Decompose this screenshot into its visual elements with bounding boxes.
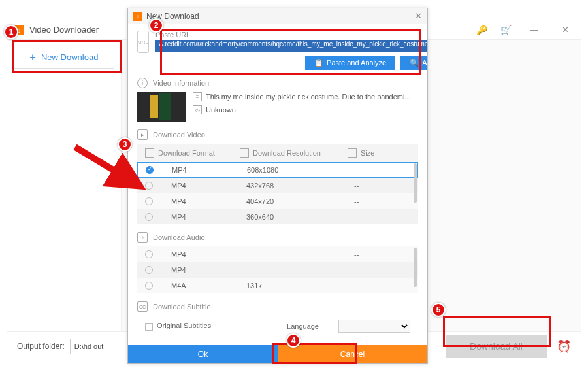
ok-button[interactable]: Ok — [128, 345, 278, 363]
row-radio[interactable] — [145, 213, 153, 221]
row-size: -- — [355, 166, 410, 174]
download-video-header: ▸ Download Video — [137, 129, 418, 140]
original-subtitles-checkbox[interactable] — [145, 323, 153, 331]
row-radio[interactable] — [146, 166, 154, 174]
key-icon[interactable]: 🔑 — [476, 25, 487, 35]
analyze-button[interactable]: 🔍Analyze — [400, 56, 427, 70]
dialog-close-button[interactable]: ✕ — [415, 11, 422, 21]
format-icon — [145, 148, 154, 158]
new-download-button[interactable]: + New Download — [14, 46, 114, 69]
paste-url-label: Paste URL — [155, 31, 427, 39]
dialog-footer: Ok Cancel — [128, 345, 427, 363]
row-resolution: 404x720 — [246, 197, 348, 205]
row-format: MP4 — [171, 266, 240, 274]
row-radio[interactable] — [145, 197, 153, 205]
table-row[interactable]: MP4432x768-- — [137, 178, 418, 193]
cart-icon[interactable]: 🛒 — [500, 25, 512, 35]
table-row[interactable]: MP4608x1080-- — [137, 162, 418, 178]
table-row[interactable]: MP4404x720-- — [137, 193, 418, 209]
row-resolution: 131k — [246, 282, 348, 290]
row-format: MP4 — [171, 213, 240, 221]
row-size: -- — [354, 250, 410, 258]
schedule-icon[interactable]: ⏰ — [557, 339, 571, 354]
cc-icon: CC — [137, 301, 148, 312]
video-duration: Unknown — [206, 106, 236, 114]
app-title: Video Downloader — [29, 25, 99, 35]
clock-icon: ◷ — [193, 105, 202, 114]
audio-icon: ♪ — [137, 232, 148, 243]
row-size: -- — [354, 182, 410, 190]
video-title: This my me inside my pickle rick costume… — [206, 93, 411, 101]
language-select[interactable] — [338, 320, 410, 333]
cancel-button[interactable]: Cancel — [278, 345, 427, 363]
subtitle-row: Original Subtitles Language — [137, 316, 418, 337]
callout-1: 1 — [4, 25, 18, 39]
callout-5: 5 — [431, 303, 446, 317]
plus-icon: + — [30, 52, 36, 63]
new-download-label: New Download — [41, 52, 98, 62]
url-file-icon: URL — [137, 31, 149, 53]
close-button[interactable]: ✕ — [557, 25, 574, 35]
row-radio[interactable] — [145, 266, 153, 274]
row-radio[interactable] — [145, 282, 153, 290]
table-row[interactable]: M4A131k — [137, 278, 418, 293]
row-radio[interactable] — [145, 250, 153, 258]
download-all-button[interactable]: Download All — [446, 335, 547, 358]
row-size: -- — [354, 266, 410, 274]
url-input[interactable]: w.reddit.com/r/rickandmorty/comments/hqc… — [155, 40, 427, 52]
row-resolution: 608x1080 — [247, 166, 348, 174]
callout-3: 3 — [118, 137, 132, 152]
size-icon — [348, 148, 357, 158]
download-audio-header: ♪ Download Audio — [137, 232, 418, 243]
dialog-titlebar: ↓ New Download ✕ — [128, 8, 427, 24]
row-format: MP4 — [171, 250, 240, 258]
dialog-icon: ↓ — [133, 12, 142, 21]
callout-2: 2 — [149, 18, 163, 33]
video-table-header: Download Format Download Resolution Size — [137, 144, 418, 162]
row-resolution: 360x640 — [246, 213, 348, 221]
scrollbar-thumb[interactable] — [414, 163, 417, 203]
language-label: Language — [287, 322, 319, 330]
row-radio[interactable] — [145, 182, 153, 190]
row-format: M4A — [171, 282, 240, 290]
original-subtitles-label: Original Subtitles — [157, 322, 211, 329]
row-size: -- — [354, 213, 410, 221]
output-folder-input[interactable] — [70, 339, 135, 354]
video-info-header: i Video Information — [137, 78, 418, 88]
row-format: MP4 — [172, 166, 240, 174]
row-size: -- — [354, 197, 410, 205]
row-format: MP4 — [171, 197, 240, 205]
scrollbar-thumb[interactable] — [414, 248, 417, 287]
paste-analyze-button[interactable]: 📋Paste and Analyze — [305, 56, 395, 70]
minimize-button[interactable]: — — [525, 25, 544, 35]
paste-icon: 📋 — [314, 59, 323, 67]
video-table-body: MP4608x1080--MP4432x768--MP4404x720--MP4… — [137, 162, 418, 224]
output-folder-label: Output folder: — [17, 342, 65, 351]
sidebar: + New Download — [7, 41, 122, 331]
video-icon: ▸ — [137, 129, 148, 140]
callout-4: 4 — [286, 333, 301, 348]
title-icon: ≡ — [193, 92, 202, 101]
row-format: MP4 — [171, 182, 240, 190]
table-row[interactable]: MP4360x640-- — [137, 209, 418, 224]
info-icon: i — [137, 78, 148, 88]
table-row[interactable]: MP4-- — [137, 262, 418, 278]
new-download-dialog: ↓ New Download ✕ URL Paste URL w.reddit.… — [127, 8, 428, 364]
download-subtitle-header: CC Download Subtitle — [137, 301, 418, 312]
search-icon: 🔍 — [410, 59, 419, 67]
audio-table-body: MP4--MP4--M4A131k — [137, 246, 418, 293]
resolution-icon — [240, 148, 249, 158]
row-resolution: 432x768 — [246, 182, 348, 190]
table-row[interactable]: MP4-- — [137, 246, 418, 262]
video-thumbnail — [137, 92, 186, 122]
